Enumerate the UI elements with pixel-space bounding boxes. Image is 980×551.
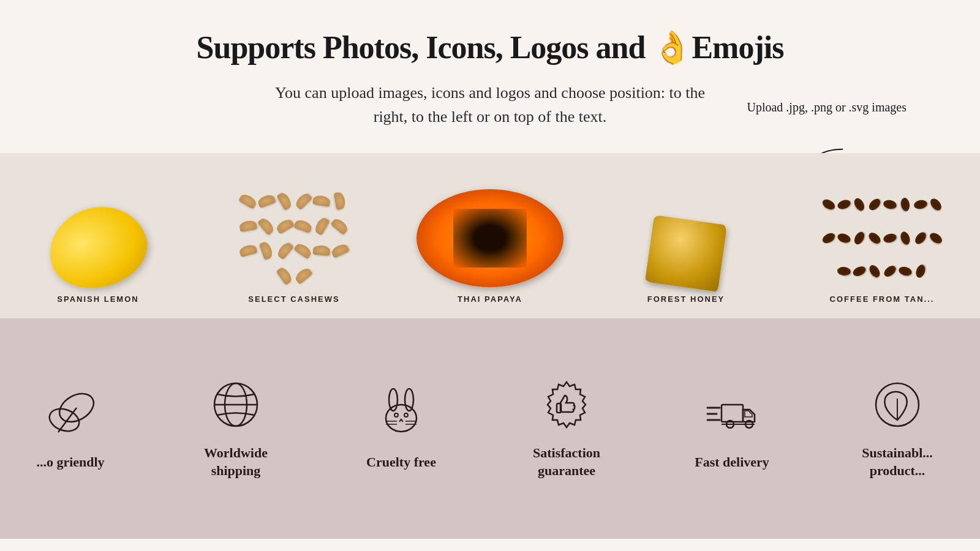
papaya-image [417,165,564,287]
feature-sustainable-label: Sustainabl...product... [862,444,933,479]
coffee-label: COFFEE FROM TAN... [830,294,935,307]
feature-sustainable: Sustainabl...product... [815,377,980,479]
icons-strip: ...o griendly Worldwideshipping [0,318,980,539]
bunny-icon [374,386,429,441]
cashews-image [233,165,355,287]
honey-shape [645,215,727,292]
papaya-label: THAI PAPAYA [458,294,522,307]
feature-shipping-label: Worldwideshipping [204,444,268,479]
upload-annotation: Upload .jpg, .png or .svg images [747,98,907,116]
product-papaya: THAI PAPAYA [392,165,588,318]
product-honey: FOREST HONEY [588,165,784,318]
main-title: Supports Photos, Icons, Logos and 👌Emoji… [123,29,858,66]
product-strip: SPANISH LEMON [0,153,980,318]
honey-label: FOREST HONEY [647,294,725,307]
product-lemon: SPANISH LEMON [0,165,196,318]
truck-icon [704,386,760,441]
honey-image [649,165,723,287]
globe-icon [208,377,263,432]
sustainable-leaf-icon [870,377,925,432]
lemon-shape [40,196,156,298]
svg-point-10 [404,413,408,417]
svg-point-8 [386,405,417,432]
satisfaction-icon [539,377,594,432]
lemon-image [49,165,147,287]
svg-rect-19 [722,405,743,422]
leaf-partial-icon [43,386,98,441]
papaya-shape [417,189,564,287]
coffee-image [821,165,943,287]
coffee-beans-shape [821,189,943,287]
cashews-label: SELECT CASHEWS [248,294,339,307]
feature-eco: ...o griendly [0,386,153,471]
svg-point-6 [389,389,398,411]
top-section: Supports Photos, Icons, Logos and 👌Emoji… [0,0,980,153]
subtitle: You can upload images, icons and logos a… [257,81,723,129]
svg-line-1 [58,408,77,432]
feature-delivery: Fast delivery [649,386,815,471]
product-coffee: COFFEE FROM TAN... [784,165,980,318]
feature-cruelty-label: Cruelty free [366,454,436,471]
feature-cruelty: Cruelty free [318,386,484,471]
feature-eco-label: ...o griendly [36,454,104,471]
feature-delivery-label: Fast delivery [695,454,769,471]
svg-point-7 [405,389,413,411]
product-cashews: SELECT CASHEWS [196,165,392,318]
feature-satisfaction-label: Satisfactionguarantee [533,444,600,479]
feature-shipping: Worldwideshipping [153,377,318,479]
lemon-label: SPANISH LEMON [57,294,138,307]
cashews-shape [233,189,355,287]
papaya-seeds [453,209,527,268]
svg-point-9 [394,413,398,417]
feature-satisfaction: Satisfactionguarantee [484,377,649,479]
svg-rect-15 [557,403,561,413]
